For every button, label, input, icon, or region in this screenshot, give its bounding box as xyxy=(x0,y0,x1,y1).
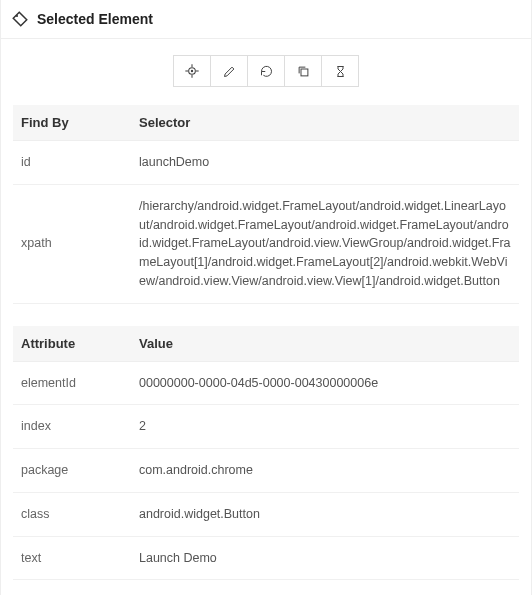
timing-button[interactable] xyxy=(321,55,359,87)
attr-val: com.android.chrome xyxy=(131,449,519,493)
findby-header-key: Find By xyxy=(13,105,131,141)
attr-header-key: Attribute xyxy=(13,326,131,362)
table-row: elementId 00000000-0000-04d5-0000-004300… xyxy=(13,361,519,405)
locate-button[interactable] xyxy=(173,55,211,87)
svg-point-0 xyxy=(16,15,18,17)
findby-key: id xyxy=(13,141,131,185)
findby-key: xpath xyxy=(13,184,131,303)
panel-header: Selected Element xyxy=(1,0,531,39)
attr-val: android.widget.Button xyxy=(131,492,519,536)
table-row: index 2 xyxy=(13,405,519,449)
findby-table: Find By Selector id launchDemo xpath /hi… xyxy=(13,105,519,304)
table-row: resource-id launchDemo xyxy=(13,580,519,595)
attr-key: elementId xyxy=(13,361,131,405)
attr-key: package xyxy=(13,449,131,493)
refresh-button[interactable] xyxy=(247,55,285,87)
findby-val: /hierarchy/android.widget.FrameLayout/an… xyxy=(131,184,519,303)
copy-button[interactable] xyxy=(284,55,322,87)
attr-val: launchDemo xyxy=(131,580,519,595)
attr-val: 00000000-0000-04d5-0000-00430000006e xyxy=(131,361,519,405)
table-row: id launchDemo xyxy=(13,141,519,185)
table-row: xpath /hierarchy/android.widget.FrameLay… xyxy=(13,184,519,303)
attr-key: text xyxy=(13,536,131,580)
attr-val: Launch Demo xyxy=(131,536,519,580)
table-row: package com.android.chrome xyxy=(13,449,519,493)
svg-rect-7 xyxy=(301,69,308,76)
edit-button[interactable] xyxy=(210,55,248,87)
table-row: class android.widget.Button xyxy=(13,492,519,536)
attribute-table: Attribute Value elementId 00000000-0000-… xyxy=(13,326,519,596)
attr-header-val: Value xyxy=(131,326,519,362)
tag-icon xyxy=(11,10,29,28)
findby-val: launchDemo xyxy=(131,141,519,185)
toolbar xyxy=(1,39,531,105)
attr-val: 2 xyxy=(131,405,519,449)
attr-key: resource-id xyxy=(13,580,131,595)
attr-key: index xyxy=(13,405,131,449)
table-row: text Launch Demo xyxy=(13,536,519,580)
attr-key: class xyxy=(13,492,131,536)
svg-point-6 xyxy=(191,70,192,71)
findby-header-val: Selector xyxy=(131,105,519,141)
panel-title: Selected Element xyxy=(37,11,153,27)
